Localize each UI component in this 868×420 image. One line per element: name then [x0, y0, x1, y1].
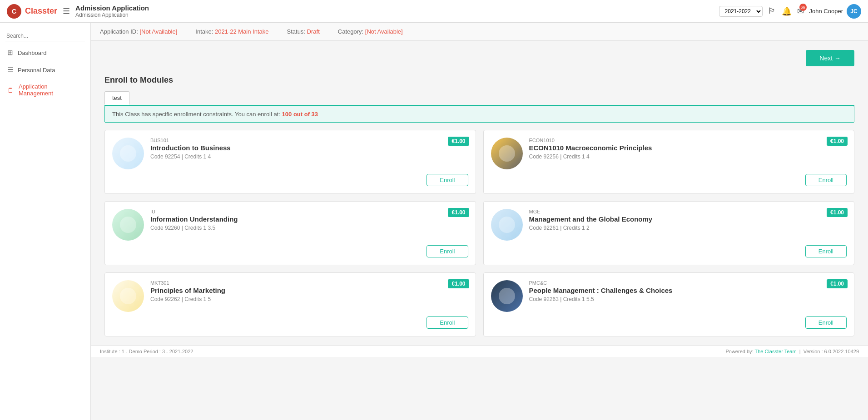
alert-text: This Class has specific enrollment const… — [112, 111, 280, 118]
enroll-btn-row-mkt301: Enroll — [112, 316, 468, 329]
status-value: Draft — [307, 28, 320, 35]
module-img-econ1010 — [491, 138, 523, 169]
footer-left: Institute : 1 - Demo Period : 3 - 2021-2… — [100, 349, 193, 354]
enroll-button-pmcc[interactable]: Enroll — [805, 316, 847, 329]
avatar: JC — [847, 4, 861, 19]
content-area: Next → Enroll to Modules test This Class… — [91, 41, 868, 346]
user-menu[interactable]: John Cooper JC — [809, 4, 861, 19]
enroll-btn-row-iu: Enroll — [112, 245, 468, 257]
svg-point-3 — [499, 217, 515, 233]
module-name-econ1010: ECON1010 Macroeconomic Principles — [529, 144, 847, 152]
module-meta-econ1010: Code 92256 | Credits 1 4 — [529, 153, 847, 160]
sidebar-item-dashboard[interactable]: ⊞ Dashboard — [0, 44, 90, 61]
module-code-label-bus101: BUS101 — [150, 138, 468, 143]
module-card-iu: €1.00 IU Information Understanding Code … — [104, 201, 476, 265]
intake-label: Intake: — [195, 28, 213, 35]
topbar: C Classter ☰ Admission Application Admis… — [0, 0, 868, 23]
module-card-body-iu: IU Information Understanding Code 92260 … — [112, 209, 468, 241]
application-id-label: Application ID: — [100, 28, 138, 35]
price-badge-mkt301: €1.00 — [448, 279, 469, 288]
search-box — [0, 28, 90, 44]
enroll-btn-row-mge: Enroll — [491, 245, 847, 257]
module-info-econ1010: ECON1010 ECON1010 Macroeconomic Principl… — [529, 138, 847, 160]
svg-point-5 — [499, 288, 515, 304]
tab-bar: test — [104, 91, 854, 106]
sidebar-item-label: Personal Data — [18, 67, 55, 74]
module-info-pmcc: PMC&C People Management : Challenges & C… — [529, 280, 847, 302]
info-status: Status: Draft — [287, 28, 320, 35]
layout: ⊞ Dashboard ☰ Personal Data 🗒 Applicatio… — [0, 23, 868, 420]
module-meta-iu: Code 92260 | Credits 1 3.5 — [150, 225, 468, 231]
logo-icon: C — [7, 4, 21, 19]
enroll-button-mge[interactable]: Enroll — [805, 245, 847, 257]
module-code-label-pmcc: PMC&C — [529, 280, 847, 286]
module-name-iu: Information Understanding — [150, 215, 468, 223]
enroll-button-iu[interactable]: Enroll — [427, 245, 468, 257]
info-bar: Application ID: [Not Available] Intake: … — [91, 23, 868, 41]
category-value: [Not Available] — [365, 28, 403, 35]
svg-point-4 — [120, 288, 136, 304]
next-button[interactable]: Next → — [806, 50, 854, 66]
module-grid: €1.00 BUS101 Introduction to Business Co… — [104, 130, 854, 336]
sidebar-item-label: Application Management — [19, 83, 83, 97]
module-meta-mge: Code 92261 | Credits 1 2 — [529, 225, 847, 231]
enroll-button-mkt301[interactable]: Enroll — [427, 316, 468, 329]
flag-icon[interactable]: 🏳 — [768, 6, 776, 16]
app-management-icon: 🗒 — [7, 86, 14, 94]
module-img-mge — [491, 209, 523, 241]
page-subtitle: Admission Application — [75, 12, 149, 18]
module-code-label-econ1010: ECON1010 — [529, 138, 847, 143]
module-card-econ1010: €1.00 ECON1010 ECON1010 Macroeconomic Pr… — [483, 130, 855, 194]
module-name-mge: Management and the Global Economy — [529, 215, 847, 223]
module-meta-mkt301: Code 92262 | Credits 1 5 — [150, 296, 468, 302]
tab-test[interactable]: test — [104, 91, 129, 105]
module-card-body-bus101: BUS101 Introduction to Business Code 922… — [112, 138, 468, 169]
footer-right: Powered by: The Classter Team | Version … — [725, 349, 859, 354]
bell-icon[interactable]: 🔔 — [782, 6, 792, 16]
next-btn-row: Next → — [104, 50, 854, 66]
module-card-body-mkt301: MKT301 Principles of Marketing Code 9226… — [112, 280, 468, 312]
info-category: Category: [Not Available] — [338, 28, 403, 35]
user-name: John Cooper — [809, 8, 843, 15]
sidebar-item-application-management[interactable]: 🗒 Application Management — [0, 79, 90, 101]
dashboard-icon: ⊞ — [7, 49, 13, 57]
mail-badge: 66 — [799, 4, 807, 11]
module-card-body-pmcc: PMC&C People Management : Challenges & C… — [491, 280, 847, 312]
topbar-right: 2021-2022 🏳 🔔 ✉ 66 John Cooper JC — [719, 4, 861, 19]
price-badge-pmcc: €1.00 — [827, 279, 848, 288]
search-input[interactable] — [5, 31, 85, 41]
info-application-id: Application ID: [Not Available] — [100, 28, 177, 35]
hamburger-icon[interactable]: ☰ — [63, 6, 70, 16]
module-card-mge: €1.00 MGE Management and the Global Econ… — [483, 201, 855, 265]
status-label: Status: — [287, 28, 305, 35]
personal-data-icon: ☰ — [7, 66, 13, 74]
enrollment-alert: This Class has specific enrollment const… — [104, 106, 854, 123]
mail-icon[interactable]: ✉ 66 — [797, 6, 804, 16]
enroll-button-econ1010[interactable]: Enroll — [805, 174, 847, 186]
module-img-mkt301 — [112, 280, 144, 312]
sidebar: ⊞ Dashboard ☰ Personal Data 🗒 Applicatio… — [0, 23, 91, 420]
svg-point-1 — [499, 145, 515, 162]
sidebar-item-label: Dashboard — [18, 49, 47, 56]
team-link[interactable]: The Classter Team — [754, 349, 796, 354]
module-info-mge: MGE Management and the Global Economy Co… — [529, 209, 847, 231]
logo-area: C Classter — [7, 4, 57, 19]
module-name-mkt301: Principles of Marketing — [150, 287, 468, 294]
module-code-label-mkt301: MKT301 — [150, 280, 468, 286]
version-text: Version : 6.0.2022.10429 — [804, 349, 859, 354]
module-img-iu — [112, 209, 144, 241]
module-info-mkt301: MKT301 Principles of Marketing Code 9226… — [150, 280, 468, 302]
module-name-pmcc: People Management : Challenges & Choices — [529, 287, 847, 294]
module-card-mkt301: €1.00 MKT301 Principles of Marketing Cod… — [104, 272, 476, 336]
module-code-label-mge: MGE — [529, 209, 847, 214]
breadcrumb: Admission Application Admission Applicat… — [75, 4, 149, 18]
svg-point-2 — [120, 217, 136, 233]
year-selector[interactable]: 2021-2022 — [719, 6, 763, 17]
svg-point-0 — [120, 145, 136, 162]
enroll-btn-row-econ1010: Enroll — [491, 174, 847, 186]
topbar-left: C Classter ☰ Admission Application Admis… — [7, 4, 149, 19]
sidebar-item-personal-data[interactable]: ☰ Personal Data — [0, 61, 90, 79]
section-title: Enroll to Modules — [104, 75, 854, 85]
alert-highlight: 100 out of 33 — [282, 111, 318, 118]
enroll-button-bus101[interactable]: Enroll — [427, 174, 468, 186]
